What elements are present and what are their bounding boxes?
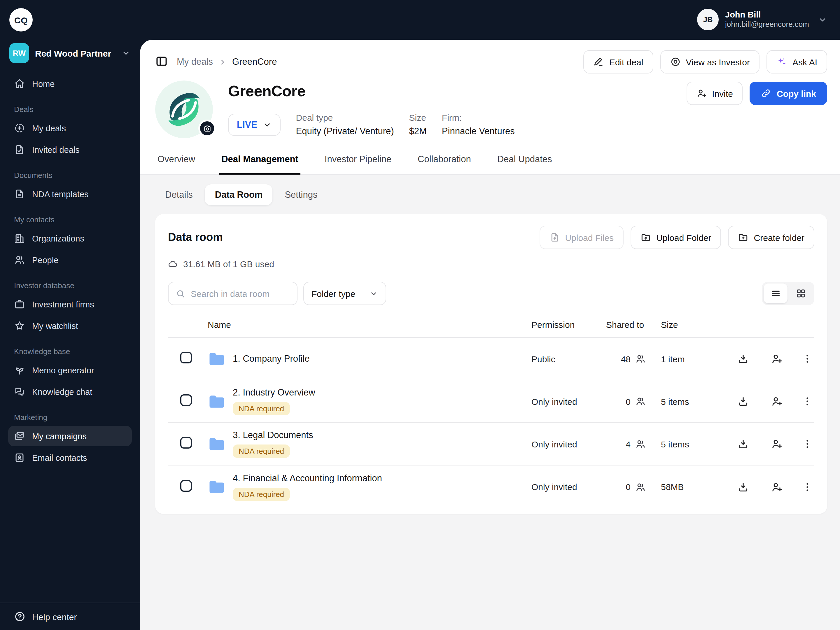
status-badge: LIVE <box>237 119 257 130</box>
sidebar-item-label: Investment firms <box>32 300 94 309</box>
folder-name[interactable]: 1. Company Profile <box>233 354 531 364</box>
shared-count: 4 <box>625 439 631 449</box>
row-checkbox[interactable] <box>180 480 192 491</box>
row-menu-button[interactable] <box>797 434 817 454</box>
deal-logo <box>155 81 213 138</box>
ask-ai-button[interactable]: Ask AI <box>767 50 827 74</box>
view-as-investor-button[interactable]: View as Investor <box>660 50 760 74</box>
row-menu-button[interactable] <box>797 392 817 411</box>
folder-icon <box>208 392 226 411</box>
user-menu[interactable]: JB John Bill john.bill@greencore.com <box>697 9 827 30</box>
chevron-down-icon <box>263 120 272 129</box>
storage-indicator: 31.61 MB of 1 GB used <box>168 259 814 269</box>
copy-link-button[interactable]: Copy link <box>750 82 827 105</box>
size-value: 58MB <box>661 482 733 492</box>
row-checkbox[interactable] <box>180 437 192 448</box>
home-icon <box>14 78 25 89</box>
row-menu-button[interactable] <box>797 349 817 369</box>
sub-tabs: Details Data Room Settings <box>155 184 827 205</box>
users-icon <box>635 354 646 364</box>
app-logo[interactable]: CQ <box>9 8 33 32</box>
upload-folder-button[interactable]: Upload Folder <box>631 226 721 249</box>
tab-overview[interactable]: Overview <box>155 154 197 175</box>
briefcase-icon <box>14 298 25 310</box>
tab-deal-management[interactable]: Deal Management <box>219 154 301 175</box>
view-icon <box>670 57 681 67</box>
download-icon <box>737 395 749 407</box>
data-room-actions: Upload Files Upload Folder Create folder <box>539 226 814 249</box>
help-center-button[interactable]: Help center <box>0 603 140 630</box>
shared-count: 0 <box>625 482 631 492</box>
share-button[interactable] <box>767 392 787 411</box>
sidebar-toggle-icon[interactable] <box>155 55 169 69</box>
mails-icon <box>14 431 25 442</box>
deal-status-dropdown[interactable]: LIVE <box>228 114 281 136</box>
sidebar-section: Documents NDA templates <box>8 171 132 204</box>
data-room-header: Data room Upload Files Upload Folder <box>168 226 814 249</box>
list-icon <box>770 288 781 298</box>
sidebar-section-label: Documents <box>14 171 126 180</box>
tab-deal-updates[interactable]: Deal Updates <box>495 154 554 175</box>
list-view-button[interactable] <box>764 284 788 303</box>
sidebar-item-organizations[interactable]: Organizations <box>8 228 132 248</box>
view-toggle <box>762 282 814 305</box>
sidebar-section: Investor database Investment firms My wa… <box>8 281 132 336</box>
sidebar-item-knowledge-chat[interactable]: Knowledge chat <box>8 382 132 402</box>
change-logo-button[interactable] <box>198 120 216 137</box>
sidebar-item-email-contacts[interactable]: Email contacts <box>8 447 132 468</box>
grid-view-button[interactable] <box>789 284 813 303</box>
link-icon <box>761 88 772 99</box>
tab-collaboration[interactable]: Collaboration <box>415 154 474 175</box>
sidebar-item-memo-generator[interactable]: Memo generator <box>8 360 132 381</box>
download-button[interactable] <box>733 349 753 369</box>
row-menu-button[interactable] <box>797 477 817 497</box>
folder-name[interactable]: 3. Legal Documents <box>233 430 531 441</box>
permission-value: Only invited <box>531 396 606 406</box>
sidebar-item-my-campaigns[interactable]: My campaigns <box>8 426 132 446</box>
subtab-details[interactable]: Details <box>155 184 203 205</box>
workspace-switcher[interactable]: RW Red Wood Partner <box>9 43 131 63</box>
share-button[interactable] <box>767 477 787 497</box>
folder-type-select[interactable]: Folder type <box>303 282 386 305</box>
download-icon <box>737 438 749 450</box>
download-button[interactable] <box>733 434 753 454</box>
sidebar-item-my-deals[interactable]: My deals <box>8 118 132 138</box>
sidebar-item-home[interactable]: Home <box>8 74 132 94</box>
row-checkbox[interactable] <box>180 352 192 363</box>
create-folder-button[interactable]: Create folder <box>728 226 814 249</box>
sidebar-item-my-watchlist[interactable]: My watchlist <box>8 316 132 336</box>
subtab-data-room[interactable]: Data Room <box>205 184 273 205</box>
deals-icon <box>14 123 25 134</box>
storage-used-text: 31.61 MB of 1 GB used <box>183 259 274 269</box>
deal-size-value: $2M <box>409 126 427 136</box>
edit-deal-button[interactable]: Edit deal <box>584 50 653 74</box>
invite-button[interactable]: Invite <box>686 82 743 105</box>
user-email: john.bill@greencore.com <box>725 20 809 30</box>
column-name: Name <box>208 320 531 330</box>
download-button[interactable] <box>733 392 753 411</box>
share-button[interactable] <box>767 434 787 454</box>
sidebar-item-nda-templates[interactable]: NDA templates <box>8 184 132 204</box>
breadcrumb-my-deals[interactable]: My deals <box>177 57 213 67</box>
share-button[interactable] <box>767 349 787 369</box>
folder-name[interactable]: 2. Industry Overview <box>233 387 531 398</box>
permission-value: Only invited <box>531 482 606 492</box>
breadcrumb-current: GreenCore <box>232 57 277 67</box>
sidebar-section-label: Investor database <box>14 281 126 290</box>
table-row: 1. Company Profile Public 48 1 item <box>168 338 814 381</box>
sidebar-item-people[interactable]: People <box>8 249 132 270</box>
search-input[interactable] <box>191 289 290 298</box>
folder-name[interactable]: 4. Financial & Accounting Information <box>233 473 531 483</box>
building-icon <box>14 233 25 244</box>
sidebar-item-invited-deals[interactable]: Invited deals <box>8 139 132 160</box>
star-icon <box>14 320 25 332</box>
deal-firm-label: Firm: <box>442 112 515 123</box>
users-icon <box>14 254 25 265</box>
sidebar-item-investment-firms[interactable]: Investment firms <box>8 294 132 314</box>
upload-files-button[interactable]: Upload Files <box>539 226 624 249</box>
subtab-settings[interactable]: Settings <box>275 184 327 205</box>
nda-required-badge: NDA required <box>233 445 290 458</box>
download-button[interactable] <box>733 477 753 497</box>
row-checkbox[interactable] <box>180 394 192 406</box>
tab-investor-pipeline[interactable]: Investor Pipeline <box>322 154 394 175</box>
